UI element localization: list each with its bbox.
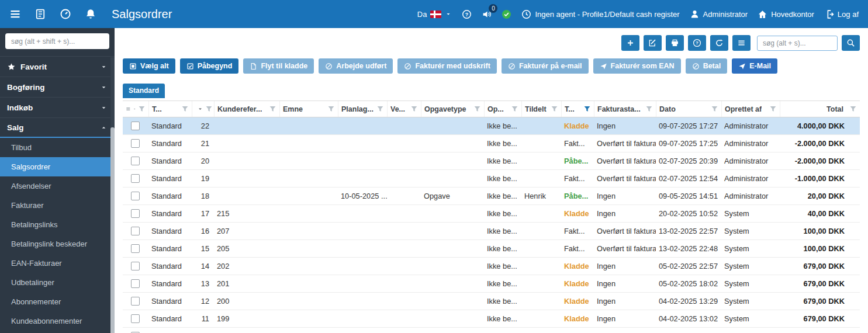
flyt-til-kladde-button[interactable]: Flyt til kladde — [243, 58, 314, 74]
refresh-button[interactable] — [710, 35, 728, 51]
row-menu-icon[interactable] — [126, 105, 131, 113]
sidebar-item-udbetalinger[interactable]: Udbetalinger — [0, 273, 115, 292]
fakturér-på-e-mail-button[interactable]: Fakturér på e-mail — [502, 58, 589, 74]
sidebar-item-afsendelser[interactable]: Afsendelser — [0, 176, 115, 196]
dashboard-icon[interactable] — [60, 8, 71, 20]
sidebar-scrollbar[interactable] — [110, 57, 115, 333]
column-header-invoice_status[interactable]: Fakturasta... — [594, 101, 656, 117]
row-checkbox[interactable] — [131, 139, 140, 148]
language-selector[interactable]: Da — [417, 10, 452, 19]
table-row[interactable]: Standard11199Ikke be...KladdeIngen04-02-… — [123, 310, 860, 328]
sidebar-item-tilbud[interactable]: Tilbud — [0, 138, 115, 157]
table-row[interactable]: Standard22Ikke be...KladdeIngen09-07-202… — [123, 117, 860, 135]
help-button[interactable]: ? — [688, 35, 706, 51]
agent-indicator[interactable]: Ingen agent - Profile1/Default cash regi… — [521, 9, 679, 19]
sidebar-section-indkøb[interactable]: Indkøb — [0, 97, 115, 117]
user-menu[interactable]: Administrator — [690, 9, 748, 19]
filter-icon[interactable] — [711, 105, 718, 113]
table-row[interactable]: Standard19Ikke be...Fakt...Overført til … — [123, 170, 860, 188]
notifications-bell-icon[interactable] — [85, 8, 96, 20]
table-row[interactable]: Standard21Ikke be...Fakt...Overført til … — [123, 135, 860, 152]
column-header-total[interactable]: Total — [780, 101, 860, 117]
scrollbar-thumb[interactable] — [110, 127, 115, 333]
column-header-task_type[interactable]: Opgavetype — [421, 101, 484, 117]
filter-icon[interactable] — [269, 105, 276, 113]
row-checkbox[interactable] — [131, 279, 140, 288]
row-checkbox[interactable] — [131, 122, 140, 130]
column-header-type[interactable]: T... — [148, 101, 192, 117]
column-header-date[interactable]: Dato — [656, 101, 721, 117]
sidebar-item-fakturaer[interactable]: Fakturaer — [0, 196, 115, 215]
row-checkbox[interactable] — [131, 244, 140, 253]
online-status-icon[interactable] — [502, 9, 511, 19]
påbegynd-button[interactable]: Påbegynd — [180, 58, 239, 74]
table-row[interactable] — [123, 328, 860, 333]
sidebar-item-ean-fakturaer[interactable]: EAN-Fakturaer — [0, 254, 115, 273]
row-checkbox[interactable] — [131, 227, 140, 235]
column-header-status[interactable]: T... — [561, 101, 594, 117]
table-row[interactable]: Standard20Ikke be...Påbe...Overført til … — [123, 152, 860, 170]
filter-icon[interactable] — [410, 105, 418, 113]
filter-icon[interactable] — [583, 105, 591, 113]
row-checkbox[interactable] — [131, 314, 140, 323]
tab-standard[interactable]: Standard — [123, 84, 165, 98]
column-header-planned[interactable]: Planlag... — [338, 101, 387, 117]
sidebar-item-betalingslinks[interactable]: Betalingslinks — [0, 215, 115, 234]
sort-icon[interactable] — [197, 106, 203, 112]
column-header-number[interactable]: S — [192, 101, 214, 117]
sidebar-item-betalingslink-beskeder[interactable]: Betalingslink beskeder — [0, 234, 115, 254]
sidebar-item-abonnementer[interactable]: Abonnementer — [0, 292, 115, 311]
vælg-alt-button[interactable]: Vælg alt — [123, 58, 175, 74]
filter-icon[interactable] — [205, 105, 213, 113]
row-checkbox[interactable] — [131, 209, 140, 218]
arbejde-udført-button[interactable]: Arbejde udført — [319, 58, 393, 74]
grid-search-input[interactable] — [757, 36, 838, 51]
table-row[interactable]: Standard15205Ikke be...Fakt...Overført t… — [123, 240, 860, 258]
add-button[interactable] — [621, 35, 639, 51]
table-row[interactable]: Standard13201Ikke be...KladdeIngen05-02-… — [123, 275, 860, 293]
filter-icon[interactable] — [327, 105, 335, 113]
filter-icon[interactable] — [181, 105, 189, 113]
row-checkbox[interactable] — [131, 192, 140, 200]
row-checkbox[interactable] — [131, 297, 140, 306]
logout-button[interactable]: Log af — [824, 9, 859, 19]
filter-icon[interactable] — [473, 105, 481, 113]
table-row[interactable]: Standard14202Ikke be...KladdeIngen05-02-… — [123, 258, 860, 275]
sidebar-section-salg[interactable]: Salg — [0, 117, 115, 138]
sidebar-section-favorit[interactable]: Favorit — [0, 56, 115, 77]
table-row[interactable]: Standard17215Ikke be...KladdeIngen20-02-… — [123, 205, 860, 223]
edit-button[interactable] — [644, 35, 662, 51]
filter-icon[interactable] — [645, 105, 653, 113]
search-button[interactable] — [842, 35, 860, 51]
hamburger-menu-icon[interactable] — [9, 8, 21, 20]
table-row[interactable]: Standard1810-05-2025 ...OpgaveIkke be...… — [123, 188, 860, 205]
table-row[interactable]: Standard12200Ikke be...KladdeIngen04-02-… — [123, 293, 860, 310]
journal-icon[interactable] — [34, 8, 46, 20]
print-button[interactable] — [666, 35, 684, 51]
column-header-created_by[interactable]: Oprettet af — [721, 101, 780, 117]
volume-button[interactable]: 0 — [482, 9, 492, 19]
location-menu[interactable]: Hovedkontor — [758, 9, 814, 19]
sidebar-item-salgsordrer[interactable]: Salgsordrer — [0, 157, 115, 176]
fakturér-som-ean-button[interactable]: Fakturér som EAN — [593, 58, 681, 74]
filter-icon[interactable] — [376, 105, 384, 113]
sidebar-item-kundeabonnementer[interactable]: Kundeabonnementer — [0, 311, 115, 331]
sidebar-section-bogføring[interactable]: Bogføring — [0, 77, 115, 97]
column-header-customer_ref[interactable]: Kunderefer... — [214, 101, 279, 117]
column-header-op[interactable]: Op... — [484, 101, 521, 117]
table-row[interactable]: Standard16207Ikke be...Fakt...Overført t… — [123, 223, 860, 240]
sidebar-search-input[interactable] — [5, 33, 109, 49]
fakturér-med-udskrift-button[interactable]: Fakturér med udskrift — [397, 58, 497, 74]
betal-button[interactable]: Betal — [686, 58, 728, 74]
column-header-subject[interactable]: Emne — [279, 101, 338, 117]
row-checkbox[interactable] — [131, 174, 140, 183]
filter-icon[interactable] — [849, 105, 857, 113]
filter-icon[interactable] — [551, 105, 558, 113]
row-checkbox[interactable] — [131, 157, 140, 165]
column-header-sel[interactable] — [123, 101, 148, 117]
column-header-assigned[interactable]: Tildelt — [521, 101, 561, 117]
e-mail-button[interactable]: E-Mail — [732, 58, 777, 74]
filter-icon[interactable] — [511, 105, 518, 113]
help-icon[interactable]: ? — [462, 9, 472, 19]
row-checkbox[interactable] — [131, 262, 140, 270]
